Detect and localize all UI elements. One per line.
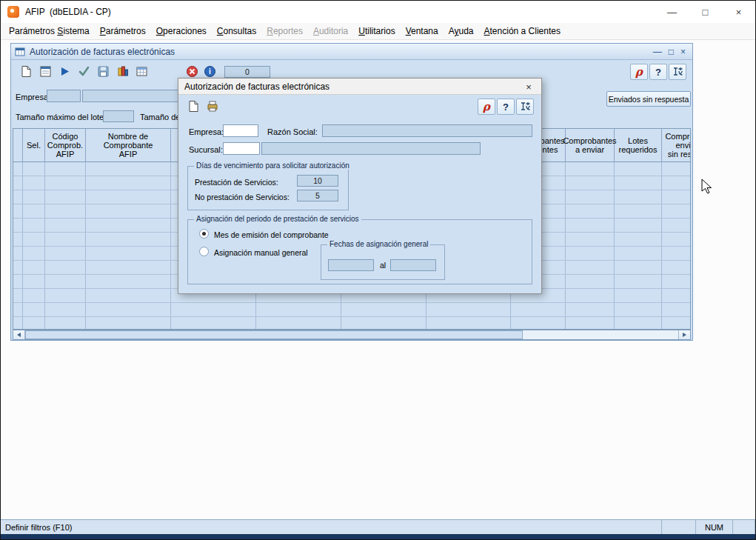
table-cell <box>86 261 171 274</box>
table-cell <box>86 204 171 218</box>
new-button[interactable] <box>17 63 35 81</box>
save-button[interactable] <box>94 63 112 81</box>
table-cell <box>615 219 662 232</box>
help-button[interactable]: ? <box>649 64 667 80</box>
prestacion-label: Prestación de Servicios: <box>195 178 278 187</box>
table-cell <box>615 275 662 288</box>
menu-item-utilitarios[interactable]: Utilitarios <box>353 24 400 39</box>
table-cell <box>566 233 615 246</box>
dialog-hotkeys-button[interactable] <box>516 99 534 115</box>
dialog-help-button[interactable]: ? <box>497 99 515 115</box>
child-window-controls: — □ × <box>653 47 686 57</box>
table-cell <box>662 233 691 246</box>
table-cell <box>86 233 171 246</box>
table-cell <box>86 275 171 288</box>
scrollbar-track[interactable] <box>25 330 678 339</box>
menu-item-operaciones[interactable]: Operaciones <box>151 24 212 39</box>
confirm-button[interactable] <box>75 63 93 81</box>
info-icon: i <box>204 65 216 79</box>
help-icon: ? <box>503 101 509 113</box>
table-cell <box>23 176 45 190</box>
grid-column-header: Sel. <box>23 129 45 161</box>
lot-counter-field: 0 <box>224 66 270 78</box>
table-cell <box>13 247 23 260</box>
table-cell <box>45 289 86 302</box>
properties-button[interactable] <box>36 63 54 81</box>
dialog-title: Autorización de facturas electrónicas <box>184 81 330 92</box>
table-cell <box>615 247 662 260</box>
status-panel <box>662 520 696 534</box>
empresa-label: Empresa: <box>16 93 50 101</box>
fecha-desde-field <box>328 259 374 271</box>
table-row[interactable] <box>13 317 690 330</box>
menu-item-consultas[interactable]: Consultas <box>212 24 261 39</box>
table-cell <box>662 176 691 190</box>
table-cell <box>45 190 86 204</box>
table-cell <box>566 261 615 274</box>
maximize-button[interactable]: □ <box>689 1 722 23</box>
child-close-button[interactable]: × <box>680 47 686 57</box>
status-bar: Definir filtros (F10) NUM <box>1 519 755 534</box>
dialog-empresa-field[interactable] <box>223 124 258 137</box>
dialog-title-bar[interactable]: Autorización de facturas electrónicas × <box>178 79 541 95</box>
table-cell <box>662 303 691 316</box>
cancel-icon <box>186 65 198 79</box>
scrollbar-thumb[interactable] <box>25 330 523 339</box>
no-prestacion-label: No prestación de Servicios: <box>195 193 290 201</box>
exit-button[interactable]: ρ <box>630 64 648 80</box>
run-button[interactable] <box>56 63 73 81</box>
table-row[interactable] <box>13 303 690 317</box>
enviados-sin-respuesta-button[interactable]: Enviados sin respuesta <box>606 91 691 107</box>
table-cell <box>566 190 615 204</box>
hotkeys-icon <box>672 65 684 79</box>
close-button[interactable]: × <box>722 1 755 23</box>
no-prestacion-dias-field: 5 <box>297 190 338 201</box>
child-minimize-button[interactable]: — <box>653 47 662 57</box>
sucursal-label: Sucursal: <box>189 145 223 154</box>
scroll-right-button[interactable] <box>678 330 690 339</box>
dialog-new-button[interactable] <box>184 98 202 116</box>
radio-mes-label: Mes de emisión del comprobante <box>214 230 329 239</box>
menu-item-parametros-sistema[interactable]: Parámetros Sistema <box>4 24 95 39</box>
hotkeys-button[interactable] <box>669 64 686 80</box>
table-cell <box>566 303 615 316</box>
table-cell <box>13 219 23 232</box>
table-cell <box>13 317 23 330</box>
dialog-exit-button[interactable]: ρ <box>478 99 495 115</box>
menu-item-ventana[interactable]: Ventana <box>401 24 444 39</box>
play-icon <box>58 65 71 79</box>
table-cell <box>662 204 691 218</box>
table-cell <box>426 303 511 316</box>
table-cell <box>23 317 45 330</box>
title-bar[interactable]: AFIP (dbELDIA - CP) — □ × <box>1 1 755 23</box>
table-cell <box>615 317 662 330</box>
grid-view-button[interactable] <box>133 63 150 81</box>
grid-column-header: Comprobantes a enviar <box>566 129 615 161</box>
child-title-bar[interactable]: Autorización de facturas electrónicas — … <box>11 44 692 60</box>
table-cell <box>13 303 23 316</box>
horizontal-scrollbar[interactable] <box>13 330 691 340</box>
table-cell <box>23 162 45 176</box>
table-cell <box>566 204 615 218</box>
save-icon <box>97 65 110 79</box>
menu-item-atencion-a-clientes[interactable]: Atención a Clientes <box>479 24 566 39</box>
minimize-button[interactable]: — <box>655 1 689 23</box>
table-cell <box>13 289 23 302</box>
menu-item-ayuda[interactable]: Ayuda <box>444 24 479 39</box>
scroll-left-button[interactable] <box>13 330 25 339</box>
sucursal-name-field <box>261 142 481 155</box>
fecha-hasta-field <box>390 259 436 271</box>
exit-icon: ρ <box>635 67 643 78</box>
dialog-close-button[interactable]: × <box>518 80 539 93</box>
app-window: AFIP (dbELDIA - CP) — □ × Parámetros Sis… <box>0 0 756 540</box>
sucursal-field[interactable] <box>223 142 260 155</box>
batch-button[interactable] <box>113 63 131 81</box>
menu-item-parametros[interactable]: Parámetros <box>95 24 151 39</box>
menu-item-auditoria: Auditoria <box>308 24 353 39</box>
child-maximize-button[interactable]: □ <box>669 47 674 57</box>
right-arrow-icon <box>683 333 686 337</box>
dialog-print-button[interactable] <box>204 98 221 116</box>
table-cell <box>256 317 341 330</box>
tamano-del-label: Tamaño del <box>140 113 182 121</box>
table-cell <box>23 233 45 246</box>
